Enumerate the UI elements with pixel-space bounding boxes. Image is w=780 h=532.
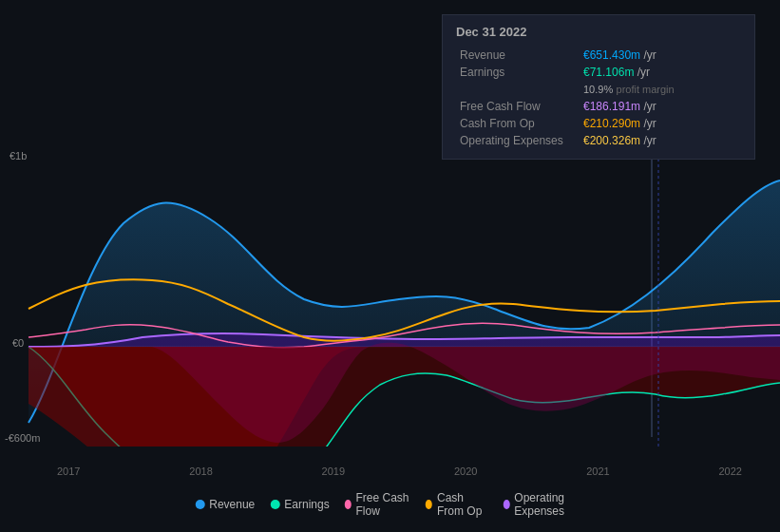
card-value-margin: 10.9% profit margin <box>580 81 741 98</box>
card-row-opex: Operating Expenses €200.326m /yr <box>456 132 741 149</box>
card-value-revenue: €651.430m /yr <box>580 47 741 64</box>
legend-dot-earnings <box>270 500 279 509</box>
card-row-fcf: Free Cash Flow €186.191m /yr <box>456 98 741 115</box>
legend-item-fcf[interactable]: Free Cash Flow <box>345 491 411 518</box>
card-label-margin <box>456 81 580 98</box>
x-axis: 2017 2018 2019 2020 2021 2022 <box>29 466 770 477</box>
legend-label-opex: Operating Expenses <box>514 491 584 518</box>
legend-item-opex[interactable]: Operating Expenses <box>503 491 584 518</box>
x-label-2020: 2020 <box>454 466 477 477</box>
card-title: Dec 31 2022 <box>456 25 741 39</box>
card-row-revenue: Revenue €651.430m /yr <box>456 47 741 64</box>
legend-item-revenue[interactable]: Revenue <box>195 498 255 511</box>
legend-dot-revenue <box>195 500 204 509</box>
legend-label-cashfromop: Cash From Op <box>437 491 488 518</box>
card-row-earnings-margin: 10.9% profit margin <box>456 81 741 98</box>
chart-legend: Revenue Earnings Free Cash Flow Cash Fro… <box>195 491 585 518</box>
legend-dot-cashfromop <box>426 500 432 509</box>
card-value-earnings: €71.106m /yr <box>580 64 741 81</box>
data-tooltip-card: Dec 31 2022 Revenue €651.430m /yr Earnin… <box>442 14 755 160</box>
legend-label-revenue: Revenue <box>209 498 255 511</box>
card-row-cashfromop: Cash From Op €210.290m /yr <box>456 115 741 132</box>
legend-item-cashfromop[interactable]: Cash From Op <box>426 491 487 518</box>
x-label-2022: 2022 <box>718 466 741 477</box>
card-value-fcf: €186.191m /yr <box>580 98 741 115</box>
card-row-earnings: Earnings €71.106m /yr <box>456 64 741 81</box>
card-label-fcf: Free Cash Flow <box>456 98 580 115</box>
x-label-2021: 2021 <box>586 466 609 477</box>
x-label-2018: 2018 <box>189 466 212 477</box>
legend-label-fcf: Free Cash Flow <box>355 491 410 518</box>
card-label-opex: Operating Expenses <box>456 132 580 149</box>
x-label-2017: 2017 <box>57 466 80 477</box>
card-label-revenue: Revenue <box>456 47 580 64</box>
card-label-cashfromop: Cash From Op <box>456 115 580 132</box>
chart-container: Dec 31 2022 Revenue €651.430m /yr Earnin… <box>0 0 780 532</box>
card-label-earnings: Earnings <box>456 64 580 81</box>
legend-item-earnings[interactable]: Earnings <box>270 498 329 511</box>
legend-dot-fcf <box>345 500 352 509</box>
legend-dot-opex <box>503 500 509 509</box>
chart-svg <box>0 147 780 446</box>
card-value-opex: €200.326m /yr <box>580 132 741 149</box>
card-value-cashfromop: €210.290m /yr <box>580 115 741 132</box>
legend-label-earnings: Earnings <box>284 498 329 511</box>
x-label-2019: 2019 <box>322 466 345 477</box>
card-table: Revenue €651.430m /yr Earnings €71.106m … <box>456 47 741 149</box>
